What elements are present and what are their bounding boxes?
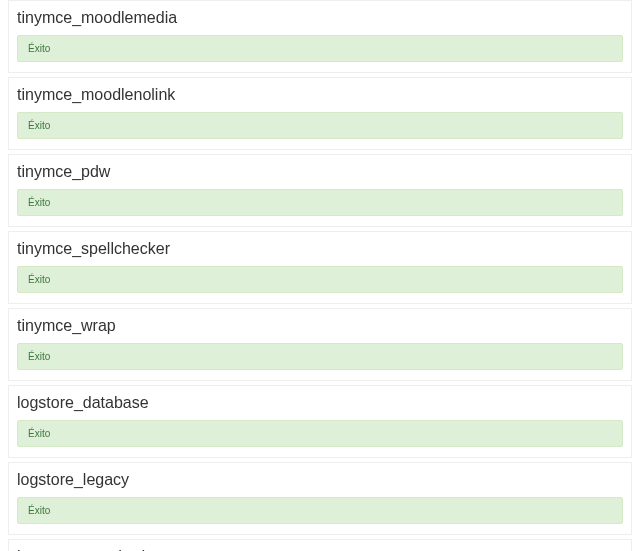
plugin-section: logstore_database Éxito (8, 385, 632, 458)
plugin-section: tinymce_spellchecker Éxito (8, 231, 632, 304)
install-results-container: tinymce_moodlemedia Éxito tinymce_moodle… (0, 0, 640, 551)
status-badge: Éxito (17, 420, 623, 447)
plugin-section: tinymce_wrap Éxito (8, 308, 632, 381)
plugin-title: tinymce_pdw (17, 161, 623, 181)
status-badge: Éxito (17, 112, 623, 139)
plugin-section: tinymce_pdw Éxito (8, 154, 632, 227)
status-badge: Éxito (17, 35, 623, 62)
plugin-title: tinymce_spellchecker (17, 238, 623, 258)
status-badge: Éxito (17, 497, 623, 524)
plugin-section: logstore_standard Éxito (8, 539, 632, 551)
plugin-section: tinymce_moodlemedia Éxito (8, 0, 632, 73)
plugin-title: logstore_database (17, 392, 623, 412)
plugin-title: logstore_legacy (17, 469, 623, 489)
status-badge: Éxito (17, 189, 623, 216)
plugin-title: tinymce_moodlemedia (17, 7, 623, 27)
status-badge: Éxito (17, 266, 623, 293)
plugin-title: logstore_standard (17, 546, 623, 551)
status-badge: Éxito (17, 343, 623, 370)
plugin-title: tinymce_moodlenolink (17, 84, 623, 104)
plugin-title: tinymce_wrap (17, 315, 623, 335)
plugin-section: tinymce_moodlenolink Éxito (8, 77, 632, 150)
plugin-section: logstore_legacy Éxito (8, 462, 632, 535)
